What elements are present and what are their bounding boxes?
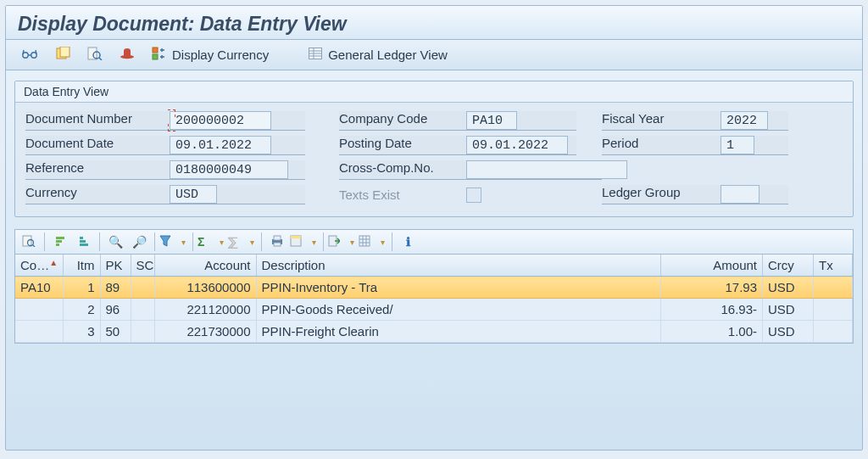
general-ledger-view-button[interactable]: General Ledger View <box>303 45 453 64</box>
currency-field[interactable]: USD <box>170 185 217 204</box>
cell-description[interactable]: PPIN-Goods Received/ <box>256 299 661 321</box>
cell-crcy[interactable]: USD <box>763 321 814 343</box>
general-ledger-view-label: General Ledger View <box>328 48 448 62</box>
cell-account[interactable]: 221730000 <box>154 321 256 343</box>
period-field[interactable]: 1 <box>721 136 754 154</box>
details-button[interactable] <box>17 232 41 252</box>
grid-toolbar: 🔍 🔎 ▾ Σ▾ ⅀▾ ▾ ▾ ▾ ℹ <box>14 229 854 255</box>
texts-exist-checkbox[interactable] <box>466 188 481 203</box>
col-sc[interactable]: SC <box>131 255 154 277</box>
svg-rect-3 <box>60 47 70 57</box>
col-description[interactable]: Description <box>256 255 661 277</box>
cell-tx[interactable] <box>814 277 853 299</box>
cell-sc[interactable] <box>131 321 154 343</box>
col-account[interactable]: Account <box>154 255 256 277</box>
cell-pk[interactable]: 89 <box>100 277 131 299</box>
find-next-button[interactable]: 🔎 <box>127 232 151 252</box>
search-button[interactable] <box>82 45 108 64</box>
svg-rect-18 <box>56 237 64 239</box>
cell-co[interactable]: PA10 <box>15 277 63 299</box>
svg-rect-23 <box>80 243 88 246</box>
note-icon <box>55 47 70 63</box>
cell-crcy[interactable]: USD <box>763 299 814 321</box>
cell-itm[interactable]: 1 <box>63 277 100 299</box>
detail-icon <box>22 235 36 249</box>
info-button[interactable]: ℹ <box>396 232 420 252</box>
sort-indicator-icon: ▲ <box>49 258 58 267</box>
svg-rect-19 <box>56 240 62 243</box>
cell-tx[interactable] <box>814 299 853 321</box>
cell-itm[interactable]: 3 <box>63 321 100 343</box>
label-reference: Reference <box>25 160 170 180</box>
display-currency-button[interactable]: Display Currency <box>147 45 274 64</box>
col-pk[interactable]: PK <box>100 255 131 277</box>
view-button[interactable]: ▾ <box>289 232 320 252</box>
svg-rect-22 <box>80 240 86 243</box>
export-icon <box>328 235 340 249</box>
label-texts-exist: Texts Exist <box>339 188 466 202</box>
table-row[interactable]: 350221730000PPIN-Freight Clearin1.00-USD <box>15 321 853 343</box>
svg-rect-21 <box>80 237 83 239</box>
cell-pk[interactable]: 50 <box>100 321 131 343</box>
tax-button[interactable] <box>114 46 140 64</box>
cell-account[interactable]: 113600000 <box>154 277 256 299</box>
layout-button[interactable]: ▾ <box>358 232 388 252</box>
find-button[interactable]: 🔍 <box>103 232 127 252</box>
dropdown-arrow-icon: ▾ <box>250 238 257 247</box>
info-icon: ℹ <box>406 235 410 249</box>
col-tx[interactable]: Tx <box>814 255 853 277</box>
dropdown-arrow-icon: ▾ <box>312 238 319 247</box>
export-button[interactable]: ▾ <box>327 232 358 252</box>
cell-crcy[interactable]: USD <box>763 277 814 299</box>
services-button[interactable] <box>50 45 75 64</box>
label-period: Period <box>602 136 721 155</box>
cell-amount[interactable]: 16.93- <box>661 299 763 321</box>
svg-rect-9 <box>153 54 158 59</box>
fiscal-year-field[interactable]: 2022 <box>721 111 768 130</box>
svg-line-6 <box>99 58 102 60</box>
cell-pk[interactable]: 96 <box>100 299 131 321</box>
cell-amount[interactable]: 1.00- <box>661 321 763 343</box>
cross-comp-field[interactable] <box>466 160 627 179</box>
table-row[interactable]: 296221120000PPIN-Goods Received/16.93-US… <box>15 299 853 321</box>
cell-itm[interactable]: 2 <box>63 299 100 321</box>
sum-button[interactable]: Σ▾ <box>197 232 227 252</box>
cell-description[interactable]: PPIN-Freight Clearin <box>256 321 661 343</box>
cell-tx[interactable] <box>814 321 853 343</box>
cell-description[interactable]: PPIN-Inventory - Tra <box>256 277 661 299</box>
label-currency: Currency <box>25 185 170 204</box>
ledger-icon <box>308 47 323 63</box>
sort-asc-button[interactable] <box>48 232 72 252</box>
posting-date-field[interactable]: 09.01.2022 <box>466 136 568 154</box>
cell-amount[interactable]: 17.93 <box>661 277 763 299</box>
label-posting-date: Posting Date <box>339 136 466 155</box>
cell-co[interactable] <box>15 321 63 343</box>
display-currency-label: Display Currency <box>172 48 269 62</box>
cell-co[interactable] <box>15 299 63 321</box>
line-items-grid[interactable]: Co…▲ Itm PK SC Account Description Amoun… <box>14 255 854 344</box>
col-co[interactable]: Co…▲ <box>15 255 63 277</box>
app-toolbar: Display Currency General Ledger View <box>6 40 862 70</box>
col-crcy[interactable]: Crcy <box>763 255 814 277</box>
glasses-button[interactable] <box>16 46 43 64</box>
cell-sc[interactable] <box>131 277 154 299</box>
sort-desc-button[interactable] <box>72 232 96 252</box>
subtotal-button[interactable]: ⅀▾ <box>227 232 258 252</box>
ledger-group-field[interactable] <box>721 185 760 204</box>
print-button[interactable] <box>265 232 289 252</box>
cell-sc[interactable] <box>131 299 154 321</box>
svg-rect-15 <box>23 236 31 246</box>
company-code-field[interactable]: PA10 <box>466 111 517 130</box>
cell-account[interactable]: 221120000 <box>154 299 256 321</box>
reference-field[interactable]: 0180000049 <box>170 160 288 179</box>
table-row[interactable]: PA10189113600000PPIN-Inventory - Tra17.9… <box>15 277 853 299</box>
document-number-field[interactable]: 200000002 <box>170 111 271 130</box>
document-date-field[interactable]: 09.01.2022 <box>170 136 271 154</box>
filter-button[interactable]: ▾ <box>159 232 189 252</box>
col-itm[interactable]: Itm <box>63 255 100 277</box>
filter-icon <box>159 235 171 249</box>
svg-rect-8 <box>153 48 158 53</box>
col-amount[interactable]: Amount <box>661 255 763 277</box>
label-fiscal-year: Fiscal Year <box>602 111 721 131</box>
grid-header-row[interactable]: Co…▲ Itm PK SC Account Description Amoun… <box>15 255 853 277</box>
